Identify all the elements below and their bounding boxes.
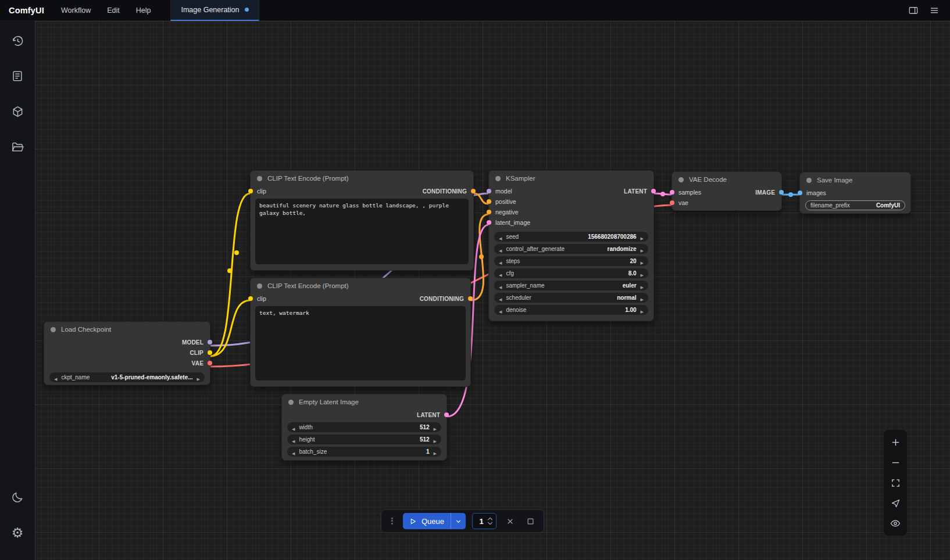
node-header[interactable]: Save Image	[800, 173, 910, 188]
widget-width[interactable]: width 512	[287, 422, 441, 432]
input-port-vae[interactable]	[670, 200, 674, 205]
node-collapse-dot[interactable]	[678, 177, 684, 182]
widget-next-arrow-icon[interactable]	[641, 232, 644, 242]
widget-next-arrow-icon[interactable]	[197, 372, 200, 383]
node-header[interactable]: Empty Latent Image	[282, 394, 447, 410]
panel-toggle-icon[interactable]	[905, 2, 922, 19]
node-header[interactable]: CLIP Text Encode (Prompt)	[251, 278, 470, 293]
drag-handle-icon[interactable]	[388, 516, 397, 526]
widget-prev-arrow-icon[interactable]	[499, 256, 502, 267]
input-port-model[interactable]	[487, 189, 491, 193]
widget-next-arrow-icon[interactable]	[434, 435, 437, 445]
widget-next-arrow-icon[interactable]	[641, 256, 644, 267]
widget-steps[interactable]: steps 20	[494, 256, 648, 266]
node-header[interactable]: Load Checkpoint	[44, 322, 210, 337]
node-collapse-dot[interactable]	[495, 176, 501, 181]
widget-sampler-name[interactable]: sampler_name euler	[494, 281, 648, 290]
widget-next-arrow-icon[interactable]	[641, 293, 644, 303]
widget-prev-arrow-icon[interactable]	[499, 305, 502, 315]
node-save-image[interactable]: Save Image images filename_prefix ComfyU…	[799, 172, 911, 214]
stepper-up-icon[interactable]	[487, 517, 493, 520]
widget-prev-arrow-icon[interactable]	[292, 422, 295, 433]
output-port-model[interactable]	[208, 340, 212, 344]
batch-count-stepper[interactable]: 1	[472, 513, 497, 529]
widget-cfg[interactable]: cfg 8.0	[494, 268, 648, 278]
node-header[interactable]: CLIP Text Encode (Prompt)	[251, 171, 473, 186]
output-port-conditioning[interactable]	[471, 189, 476, 193]
stepper-down-icon[interactable]	[487, 522, 493, 525]
widget-control-after-generate[interactable]: control_after_generate randomize	[494, 244, 648, 254]
widget-scheduler[interactable]: scheduler normal	[494, 293, 648, 303]
widget-batch-size[interactable]: batch_size 1	[287, 447, 441, 457]
input-port-clip[interactable]	[248, 189, 253, 193]
output-port-conditioning[interactable]	[468, 296, 473, 301]
fit-view-icon[interactable]	[887, 475, 903, 491]
output-port-image[interactable]	[779, 190, 784, 195]
widget-filename-prefix[interactable]: filename_prefix ComfyUI	[805, 200, 905, 210]
widget-prev-arrow-icon[interactable]	[292, 447, 295, 457]
menu-edit[interactable]: Edit	[99, 0, 128, 21]
widget-prev-arrow-icon[interactable]	[499, 244, 502, 254]
output-port-latent[interactable]	[651, 189, 656, 193]
queue-options-chevron-icon[interactable]	[451, 513, 466, 529]
zoom-in-icon[interactable]	[887, 434, 903, 450]
widget-prev-arrow-icon[interactable]	[54, 372, 57, 383]
widget-seed[interactable]: seed 156680208700286	[494, 232, 648, 242]
widget-next-arrow-icon[interactable]	[434, 447, 437, 457]
node-collapse-dot[interactable]	[51, 327, 56, 332]
prompt-text-area[interactable]: beautiful scenery nature glass bottle la…	[255, 199, 469, 264]
node-header[interactable]: KSampler	[489, 171, 653, 186]
input-port-clip[interactable]	[248, 296, 253, 301]
settings-gear-icon[interactable]: ⚙	[5, 520, 30, 545]
widget-next-arrow-icon[interactable]	[641, 305, 644, 315]
select-pointer-icon[interactable]	[887, 495, 903, 511]
widget-prev-arrow-icon[interactable]	[499, 232, 502, 242]
wire-clip-to-negative[interactable]	[210, 300, 250, 356]
zoom-out-icon[interactable]	[887, 454, 903, 471]
widget-height[interactable]: height 512	[287, 435, 441, 444]
input-port-latent-image[interactable]	[487, 220, 491, 225]
widget-prev-arrow-icon[interactable]	[499, 293, 502, 303]
node-empty-latent-image[interactable]: Empty Latent Image LATENT width 512 heig…	[281, 394, 447, 461]
tab-image-generation[interactable]: Image Generation	[170, 0, 259, 21]
queue-list-icon[interactable]	[5, 63, 30, 89]
prompt-text-area[interactable]: text, watermark	[255, 306, 466, 380]
input-port-images[interactable]	[798, 191, 802, 195]
widget-prev-arrow-icon[interactable]	[499, 268, 502, 279]
widget-next-arrow-icon[interactable]	[641, 244, 644, 254]
widget-denoise[interactable]: denoise 1.00	[494, 305, 648, 315]
node-ksampler[interactable]: KSampler model LATENT positive negative …	[488, 170, 654, 321]
node-clip-text-encode-positive[interactable]: CLIP Text Encode (Prompt) clip CONDITION…	[250, 170, 474, 271]
history-icon[interactable]	[5, 28, 30, 53]
stop-square-icon[interactable]	[523, 514, 537, 528]
widget-prev-arrow-icon[interactable]	[292, 435, 295, 445]
output-port-vae[interactable]	[208, 361, 212, 365]
node-header[interactable]: VAE Decode	[672, 172, 781, 187]
widget-next-arrow-icon[interactable]	[641, 281, 644, 291]
menu-help[interactable]: Help	[128, 0, 159, 21]
batch-count-arrows[interactable]	[487, 517, 493, 525]
node-graph-canvas[interactable]: Load Checkpoint MODEL CLIP VAE ckpt_name…	[35, 21, 950, 560]
input-port-samples[interactable]	[670, 190, 674, 195]
widget-next-arrow-icon[interactable]	[434, 422, 437, 433]
node-collapse-dot[interactable]	[288, 400, 294, 405]
menu-workflow[interactable]: Workflow	[53, 0, 99, 21]
node-collapse-dot[interactable]	[806, 178, 812, 183]
widget-ckpt-name[interactable]: ckpt_name v1-5-pruned-emaonly.safete...	[49, 372, 205, 382]
model-library-cube-icon[interactable]	[5, 99, 30, 124]
output-port-clip[interactable]	[208, 350, 212, 355]
widget-prev-arrow-icon[interactable]	[499, 281, 502, 291]
widget-next-arrow-icon[interactable]	[641, 268, 644, 279]
input-port-positive[interactable]	[487, 199, 491, 204]
node-collapse-dot[interactable]	[257, 176, 262, 181]
node-load-checkpoint[interactable]: Load Checkpoint MODEL CLIP VAE ckpt_name…	[44, 321, 210, 385]
workflows-folder-icon[interactable]	[5, 134, 30, 160]
input-port-negative[interactable]	[487, 210, 491, 214]
hamburger-menu-icon[interactable]	[926, 2, 943, 19]
theme-moon-icon[interactable]	[5, 484, 30, 510]
node-collapse-dot[interactable]	[257, 283, 262, 289]
node-vae-decode[interactable]: VAE Decode samples IMAGE vae	[672, 171, 782, 211]
node-clip-text-encode-negative[interactable]: CLIP Text Encode (Prompt) clip CONDITION…	[250, 278, 471, 387]
output-port-latent[interactable]	[444, 412, 449, 417]
toggle-visibility-eye-icon[interactable]	[887, 515, 903, 532]
